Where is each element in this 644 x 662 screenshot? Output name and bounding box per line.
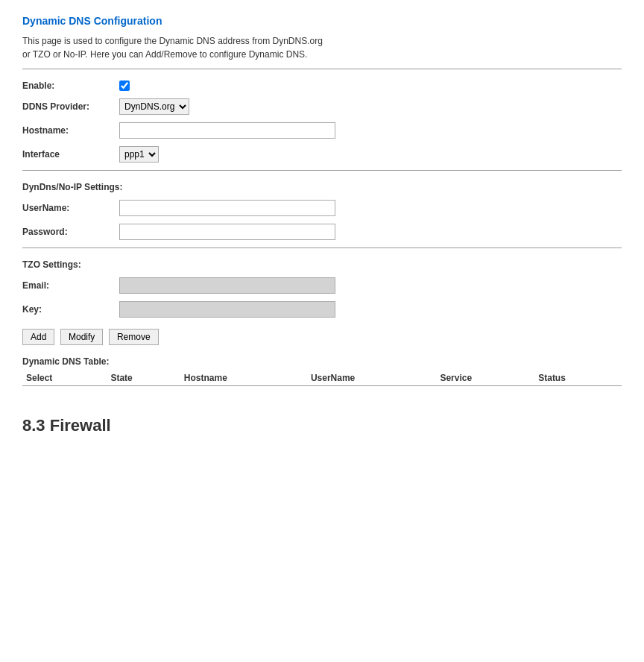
col-status: Status bbox=[534, 371, 622, 386]
tzo-section: TZO Settings: Email: Key: bbox=[22, 259, 622, 318]
hostname-label: Hostname: bbox=[22, 125, 119, 136]
interface-row: Interface ppp1 ppp2 wan bbox=[22, 146, 622, 163]
password-row: Password: bbox=[22, 224, 622, 240]
dns-table-section: Dynamic DNS Table: Select State Hostname… bbox=[22, 356, 622, 386]
ddns-provider-label: DDNS Provider: bbox=[22, 101, 119, 112]
col-username: UserName bbox=[307, 371, 436, 386]
col-state: State bbox=[107, 371, 180, 386]
email-label: Email: bbox=[22, 280, 119, 291]
add-button[interactable]: Add bbox=[22, 329, 54, 345]
interface-label: Interface bbox=[22, 149, 119, 160]
username-input[interactable] bbox=[119, 200, 335, 216]
col-select: Select bbox=[22, 371, 107, 386]
email-row: Email: bbox=[22, 277, 622, 294]
password-input[interactable] bbox=[119, 224, 335, 240]
page-title: Dynamic DNS Configuration bbox=[22, 15, 622, 27]
hostname-row: Hostname: bbox=[22, 122, 622, 139]
interface-select[interactable]: ppp1 ppp2 wan bbox=[119, 146, 159, 163]
tzo-section-heading: TZO Settings: bbox=[22, 259, 622, 270]
firewall-heading: 8.3 Firewall bbox=[22, 416, 622, 435]
password-label: Password: bbox=[22, 227, 119, 237]
modify-button[interactable]: Modify bbox=[60, 329, 103, 345]
description: This page is used to configure the Dynam… bbox=[22, 34, 622, 61]
ddns-provider-select[interactable]: DynDNS.org TZO No-IP bbox=[119, 98, 189, 115]
key-label: Key: bbox=[22, 304, 119, 315]
hostname-input[interactable] bbox=[119, 122, 335, 139]
col-hostname: Hostname bbox=[180, 371, 307, 386]
enable-row: Enable: bbox=[22, 81, 622, 91]
enable-checkbox[interactable] bbox=[119, 81, 130, 91]
enable-label: Enable: bbox=[22, 81, 119, 91]
email-input[interactable] bbox=[119, 277, 335, 294]
table-header-row: Select State Hostname UserName Service S… bbox=[22, 371, 622, 386]
divider-dyndns bbox=[22, 170, 622, 171]
key-row: Key: bbox=[22, 301, 622, 318]
dyndns-section: DynDns/No-IP Settings: UserName: Passwor… bbox=[22, 182, 622, 240]
page-container: Dynamic DNS Configuration This page is u… bbox=[22, 15, 622, 435]
ddns-provider-row: DDNS Provider: DynDNS.org TZO No-IP bbox=[22, 98, 622, 115]
key-input[interactable] bbox=[119, 301, 335, 318]
username-row: UserName: bbox=[22, 200, 622, 216]
action-buttons: Add Modify Remove bbox=[22, 329, 622, 345]
basic-settings-section: Enable: DDNS Provider: DynDNS.org TZO No… bbox=[22, 81, 622, 163]
dyndns-section-heading: DynDns/No-IP Settings: bbox=[22, 182, 622, 192]
remove-button[interactable]: Remove bbox=[109, 329, 159, 345]
dns-table: Select State Hostname UserName Service S… bbox=[22, 371, 622, 386]
col-service: Service bbox=[436, 371, 534, 386]
divider-tzo bbox=[22, 248, 622, 248]
divider-top bbox=[22, 69, 622, 69]
username-label: UserName: bbox=[22, 203, 119, 213]
dns-table-label: Dynamic DNS Table: bbox=[22, 356, 622, 367]
